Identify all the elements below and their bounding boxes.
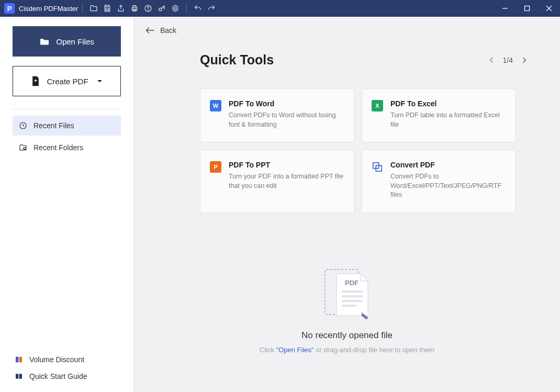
empty-sub-prefix: Click <box>260 346 276 354</box>
card-title: PDF To Excel <box>390 99 506 108</box>
svg-rect-17 <box>19 357 22 363</box>
clock-icon <box>19 121 27 130</box>
open-files-label: Open Files <box>56 37 94 46</box>
open-files-button[interactable]: Open Files <box>13 26 121 57</box>
card-title: PDF To Word <box>229 99 344 108</box>
card-title: PDF To PPT <box>229 161 344 169</box>
back-button[interactable]: Back <box>134 17 176 35</box>
page-title: Quick Tools <box>200 52 274 68</box>
titlebar-separator <box>82 4 83 13</box>
ppt-icon: P <box>210 161 221 173</box>
excel-icon: X <box>372 100 383 111</box>
card-convert-pdf[interactable]: Convert PDF Convert PDFs to Word/Excel/P… <box>362 150 516 213</box>
svg-rect-0 <box>106 9 109 10</box>
sidebar-item-label: Recent Folders <box>33 143 83 152</box>
card-pdf-to-ppt[interactable]: P PDF To PPT Turn your PDF into a format… <box>200 150 354 213</box>
titlebar-separator <box>186 4 187 13</box>
caret-down-icon <box>97 80 103 83</box>
discount-icon <box>15 355 23 364</box>
svg-point-5 <box>159 8 162 10</box>
open-folder-icon[interactable] <box>87 2 100 15</box>
footer-item-label: Quick Start Guide <box>29 372 87 380</box>
empty-state: PDF No recently opened file Click "Open … <box>134 265 560 354</box>
undo-icon[interactable] <box>192 2 204 15</box>
card-desc: Convert PDFs to Word without losing font… <box>229 111 344 129</box>
volume-discount-link[interactable]: Volume Discount <box>13 351 121 368</box>
svg-marker-6 <box>173 5 178 12</box>
app-logo-icon: P <box>4 3 15 14</box>
card-desc: Turn your PDF into a formatted PPT file … <box>229 172 344 191</box>
svg-rect-13 <box>36 80 36 82</box>
next-page-button[interactable] <box>522 57 527 64</box>
open-files-link[interactable]: "Open Files" <box>276 346 314 354</box>
sidebar: Open Files Create PDF Recent Files Recen… <box>0 17 134 392</box>
empty-subtitle: Click "Open Files" or drag-and-drop file… <box>260 346 434 354</box>
folder-clock-icon <box>19 143 27 152</box>
empty-sub-suffix: or drag-and-drop file here to open them <box>314 346 435 354</box>
create-doc-icon <box>31 76 40 86</box>
svg-rect-16 <box>16 357 18 363</box>
card-desc: Convert PDFs to Word/Excel/PPT/Text/JPEG… <box>390 172 506 200</box>
convert-icon <box>372 161 383 173</box>
back-label: Back <box>160 26 176 35</box>
help-icon[interactable] <box>142 2 154 15</box>
card-pdf-to-word[interactable]: W PDF To Word Convert PDFs to Word witho… <box>200 88 354 142</box>
footer-item-label: Volume Discount <box>29 355 84 364</box>
page-indicator: 1/4 <box>503 56 513 64</box>
titlebar: P Cisdem PDFMaster <box>0 0 560 17</box>
svg-text:X: X <box>375 103 379 109</box>
create-pdf-label: Create PDF <box>47 77 88 86</box>
svg-text:PDF: PDF <box>345 279 359 287</box>
quick-tools-header: Quick Tools 1/4 <box>134 35 560 68</box>
sidebar-separator <box>13 109 121 109</box>
card-desc: Turn PDF table into a formatted Excel fi… <box>390 111 506 129</box>
empty-title: No recently opened file <box>301 330 393 341</box>
svg-rect-28 <box>342 305 356 307</box>
app-name: Cisdem PDFMaster <box>19 5 78 13</box>
minimize-button[interactable] <box>494 0 516 17</box>
share-icon[interactable] <box>115 2 127 15</box>
svg-point-7 <box>174 7 176 9</box>
svg-rect-27 <box>342 300 363 302</box>
key-icon[interactable] <box>155 2 168 15</box>
word-icon: W <box>210 100 221 111</box>
sidebar-item-recent-files[interactable]: Recent Files <box>13 116 121 136</box>
back-arrow-icon <box>145 27 155 34</box>
svg-rect-9 <box>525 6 530 11</box>
svg-text:W: W <box>213 103 219 109</box>
svg-point-15 <box>24 147 26 149</box>
svg-rect-26 <box>342 295 363 297</box>
svg-rect-25 <box>342 290 363 293</box>
save-icon[interactable] <box>101 2 114 15</box>
redo-icon[interactable] <box>205 2 218 15</box>
main-area: Back Quick Tools 1/4 W PDF To Word Conve… <box>134 17 560 392</box>
settings-icon[interactable] <box>169 2 182 15</box>
maximize-button[interactable] <box>516 0 538 17</box>
sidebar-item-label: Recent Files <box>33 121 74 130</box>
card-title: Convert PDF <box>390 161 506 169</box>
create-pdf-button[interactable]: Create PDF <box>13 66 121 96</box>
quick-start-guide-link[interactable]: Quick Start Guide <box>13 368 121 385</box>
prev-page-button[interactable] <box>489 57 494 64</box>
card-pdf-to-excel[interactable]: X PDF To Excel Turn PDF table into a for… <box>362 88 516 142</box>
svg-text:P: P <box>214 164 217 170</box>
empty-illustration-icon: PDF <box>321 265 373 323</box>
book-icon <box>15 372 23 380</box>
sidebar-item-recent-folders[interactable]: Recent Folders <box>13 138 121 158</box>
close-button[interactable] <box>538 0 560 17</box>
print-icon[interactable] <box>128 2 141 15</box>
folder-icon <box>39 37 50 46</box>
quick-tools-cards: W PDF To Word Convert PDFs to Word witho… <box>134 68 560 213</box>
svg-point-4 <box>148 10 149 10</box>
